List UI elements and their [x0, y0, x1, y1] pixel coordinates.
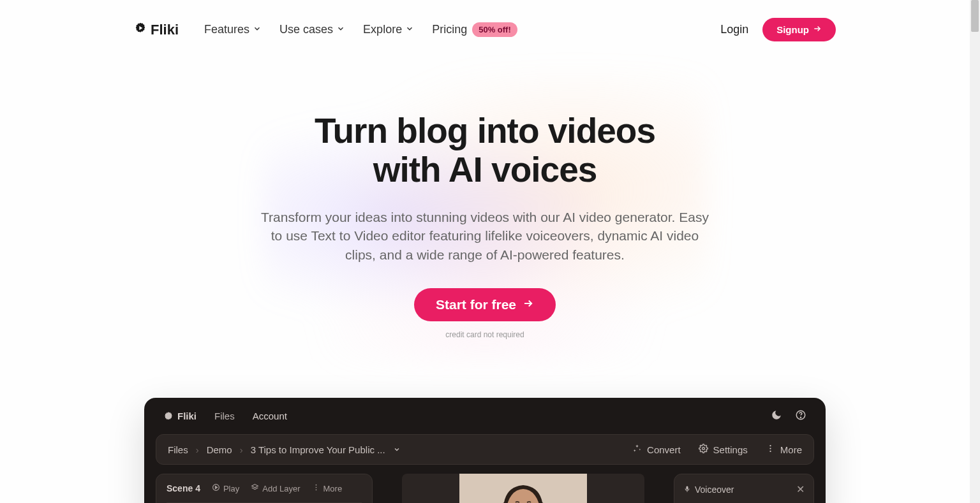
dots-vertical-icon [312, 483, 320, 493]
site-header: Fliki Features Use cases Explore Pricing… [0, 0, 970, 41]
cta-note: credit card not required [0, 330, 970, 339]
close-icon[interactable]: ✕ [796, 483, 805, 495]
svg-point-4 [702, 448, 704, 450]
login-button[interactable]: Login [720, 23, 748, 36]
voiceover-panel-label: Voiceover [683, 485, 734, 495]
signup-button[interactable]: Signup [762, 18, 836, 41]
scene-label: Scene 4 [167, 483, 200, 493]
layers-icon [251, 483, 259, 493]
panel-more-button[interactable]: More [312, 483, 343, 493]
scene-panel: Scene 4 Play Add Layer More [156, 474, 373, 503]
toolbar-settings[interactable]: Settings [699, 444, 748, 455]
chevron-down-icon[interactable] [393, 444, 401, 455]
app-panels: Scene 4 Play Add Layer More [144, 465, 826, 503]
breadcrumb: Files › Demo › 3 Tips to Improve Your Pu… [168, 444, 401, 455]
add-layer-button[interactable]: Add Layer [251, 483, 300, 493]
hero-subtitle: Transform your ideas into stunning video… [255, 208, 715, 264]
svg-rect-19 [687, 486, 688, 490]
svg-point-3 [800, 417, 801, 418]
gear-icon [699, 444, 708, 455]
play-button[interactable]: Play [212, 483, 239, 493]
main-nav: Features Use cases Explore Pricing 50% o… [204, 22, 517, 37]
person-image [459, 474, 587, 503]
app-nav: Fliki Files Account [144, 398, 826, 434]
toolbar-more[interactable]: More [766, 444, 802, 455]
help-icon[interactable] [795, 409, 806, 423]
moon-icon[interactable] [771, 409, 782, 423]
logo-text: Fliki [151, 22, 179, 38]
breadcrumb-folder[interactable]: Demo [207, 444, 232, 455]
logo-icon [163, 411, 174, 421]
scrollbar[interactable] [970, 0, 980, 503]
chevron-right-icon: › [240, 444, 243, 455]
app-nav-account[interactable]: Account [253, 411, 287, 421]
app-preview: Fliki Files Account Files › Demo › 3 Tip… [144, 398, 826, 503]
app-toolbar: Files › Demo › 3 Tips to Improve Your Pu… [156, 434, 814, 465]
scrollbar-thumb[interactable] [971, 0, 979, 32]
sparkle-icon [632, 444, 642, 455]
toolbar-convert[interactable]: Convert [632, 444, 681, 455]
logo-icon [134, 22, 147, 38]
svg-marker-10 [252, 485, 258, 488]
arrow-right-icon [813, 24, 822, 35]
voiceover-panel: Voiceover ✕ [674, 474, 814, 503]
nav-explore[interactable]: Explore [363, 23, 414, 36]
breadcrumb-file[interactable]: 3 Tips to Improve Your Public ... [251, 444, 385, 455]
chevron-down-icon [405, 23, 414, 36]
svg-marker-9 [215, 486, 217, 489]
app-logo[interactable]: Fliki [163, 411, 197, 421]
hero-section: Turn blog into videos with AI voices Tra… [0, 41, 970, 339]
nav-right: Login Signup [720, 18, 836, 41]
video-preview [383, 474, 664, 503]
cta-start-free-button[interactable]: Start for free [414, 288, 556, 321]
nav-features[interactable]: Features [204, 23, 262, 36]
nav-use-cases[interactable]: Use cases [279, 23, 345, 36]
nav-pricing[interactable]: Pricing 50% off! [432, 22, 517, 37]
svg-point-12 [315, 487, 316, 488]
logo[interactable]: Fliki [134, 22, 179, 38]
arrow-right-icon [523, 297, 534, 312]
svg-point-5 [769, 445, 771, 446]
hero-title: Turn blog into videos with AI voices [0, 112, 970, 189]
mic-icon [683, 485, 691, 495]
chevron-down-icon [253, 23, 262, 36]
app-nav-files[interactable]: Files [214, 411, 235, 421]
video-frame[interactable] [402, 474, 644, 503]
dots-vertical-icon [766, 444, 775, 455]
chevron-down-icon [336, 23, 345, 36]
breadcrumb-root[interactable]: Files [168, 444, 188, 455]
play-icon [212, 483, 220, 493]
svg-point-13 [315, 490, 316, 491]
chevron-right-icon: › [196, 444, 199, 455]
svg-point-7 [769, 451, 771, 452]
svg-point-6 [769, 448, 771, 449]
svg-point-11 [315, 485, 316, 486]
pricing-badge: 50% off! [472, 22, 517, 37]
